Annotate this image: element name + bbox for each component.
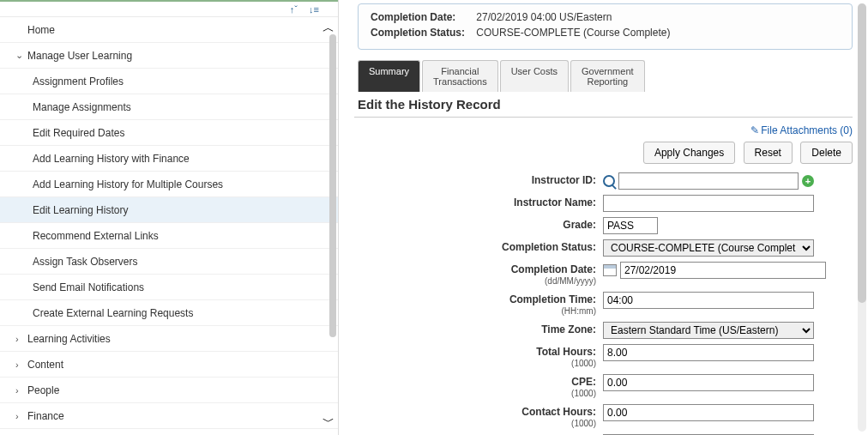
chevron-right-icon: ›: [15, 334, 27, 344]
search-icon[interactable]: [603, 175, 615, 187]
nav-send-email-notifications[interactable]: Send Email Notifications: [0, 275, 338, 300]
nav-create-external-learning-requests[interactable]: Create External Learning Requests: [0, 300, 338, 326]
nav-label: Manage User Learning: [27, 50, 132, 62]
action-row: ✎File Attachments (0) Apply Changes Rese…: [354, 124, 853, 164]
completion-status-label: Completion Status:: [371, 27, 473, 39]
chevron-right-icon: ›: [15, 385, 27, 396]
tab-financial-transactions[interactable]: FinancialTransactions: [422, 60, 498, 92]
nav-label: Assignment Profiles: [33, 76, 124, 88]
completion-time-label: Completion Time:(HH:mm): [354, 292, 603, 317]
nav-add-learning-history-multiple[interactable]: Add Learning History for Multiple Course…: [0, 172, 338, 197]
nav-edit-learning-history[interactable]: Edit Learning History: [0, 197, 338, 223]
tab-summary[interactable]: Summary: [358, 60, 420, 92]
completion-date-form-label: Completion Date:(dd/MM/yyyy): [354, 262, 603, 287]
nav-assign-task-observers[interactable]: Assign Task Observers: [0, 249, 338, 275]
scroll-down-icon[interactable]: ﹀: [322, 414, 335, 430]
file-attachments-link[interactable]: ✎File Attachments (0): [750, 124, 853, 136]
time-zone-label: Time Zone:: [354, 322, 603, 335]
total-hours-input[interactable]: [603, 344, 814, 361]
nav-content[interactable]: ›Content: [0, 352, 338, 378]
completion-time-input[interactable]: [603, 292, 814, 309]
chevron-down-icon: ⌄: [15, 50, 27, 61]
grade-label: Grade:: [354, 217, 603, 231]
tabs: Summary FinancialTransactions User Costs…: [358, 60, 853, 92]
instructor-name-input[interactable]: [603, 195, 814, 212]
completion-status-form-label: Completion Status:: [354, 239, 603, 253]
nav-people[interactable]: ›People: [0, 378, 338, 403]
nav-label: Edit Learning History: [33, 204, 128, 216]
nav-label: Create External Learning Requests: [33, 307, 193, 319]
nav-home[interactable]: Home: [0, 17, 338, 43]
nav-label: Manage Assignments: [33, 101, 131, 113]
nav-label: Home: [27, 24, 55, 36]
nav-manage-user-learning[interactable]: ⌄Manage User Learning: [0, 43, 338, 69]
nav-label: Learning Activities: [27, 333, 111, 345]
completion-info-box: Completion Date: 27/02/2019 04:00 US/Eas…: [358, 3, 853, 50]
time-zone-select[interactable]: Eastern Standard Time (US/Eastern): [603, 322, 814, 339]
apply-changes-button[interactable]: Apply Changes: [643, 142, 735, 164]
sort-desc-icon[interactable]: ↓≡: [309, 4, 319, 15]
nav-label: Add Learning History for Multiple Course…: [33, 178, 223, 190]
edit-history-form: Instructor ID: + Instructor Name: Grade:…: [354, 172, 853, 435]
nav-edit-required-dates[interactable]: Edit Required Dates: [0, 120, 338, 146]
delete-button[interactable]: Delete: [800, 142, 853, 164]
tab-government-reporting[interactable]: GovernmentReporting: [570, 60, 645, 92]
nav-label: Assign Task Observers: [33, 256, 138, 268]
completion-date-label: Completion Date:: [371, 11, 473, 23]
cpe-input[interactable]: [603, 374, 814, 391]
completion-date-value: 27/02/2019 04:00 US/Eastern: [476, 11, 612, 23]
sidebar-toolbar: ↑ˇ ↓≡: [0, 0, 338, 17]
chevron-right-icon: ›: [15, 359, 27, 370]
grade-input[interactable]: [603, 217, 658, 234]
main-scrollbar[interactable]: [858, 3, 866, 432]
nav-label: Edit Required Dates: [33, 127, 124, 139]
nav-label: Content: [27, 359, 63, 371]
nav-label: Recommend External Links: [33, 230, 159, 242]
nav-assignment-profiles[interactable]: Assignment Profiles: [0, 69, 338, 94]
nav-label: Add Learning History with Finance: [33, 153, 190, 165]
pencil-icon: ✎: [750, 124, 759, 136]
instructor-name-label: Instructor Name:: [354, 195, 603, 208]
nav-add-learning-history-finance[interactable]: Add Learning History with Finance: [0, 146, 338, 172]
nav-label: Send Email Notifications: [33, 281, 144, 293]
total-hours-label: Total Hours:(1000): [354, 344, 603, 369]
nav-learning-activities[interactable]: ›Learning Activities: [0, 326, 338, 352]
nav-label: People: [27, 384, 59, 396]
chevron-right-icon: ›: [15, 411, 27, 421]
nav-label: Finance: [27, 410, 64, 422]
completion-status-select[interactable]: COURSE-COMPLETE (Course Complete) - For …: [603, 239, 814, 257]
instructor-id-label: Instructor ID:: [354, 172, 603, 186]
nav-recommend-external-links[interactable]: Recommend External Links: [0, 223, 338, 249]
instructor-id-input[interactable]: [618, 172, 799, 190]
reset-button[interactable]: Reset: [744, 142, 793, 164]
sort-asc-icon[interactable]: ↑ˇ: [290, 4, 298, 15]
add-icon[interactable]: +: [802, 175, 814, 187]
completion-date-input[interactable]: [620, 262, 826, 279]
sidebar-scrollbar[interactable]: [329, 34, 336, 337]
nav-manage-assignments[interactable]: Manage Assignments: [0, 94, 338, 120]
cpe-label: CPE:(1000): [354, 374, 603, 399]
tab-user-costs[interactable]: User Costs: [500, 60, 569, 92]
calendar-icon[interactable]: [603, 264, 617, 276]
section-title: Edit the History Record: [354, 92, 853, 118]
main-content: Completion Date: 27/02/2019 04:00 US/Eas…: [339, 0, 868, 435]
contact-hours-label: Contact Hours:(1000): [354, 404, 603, 429]
nav-finance[interactable]: ›Finance: [0, 403, 338, 429]
contact-hours-input[interactable]: [603, 404, 814, 421]
completion-status-value: COURSE-COMPLETE (Course Complete): [476, 27, 670, 39]
sidebar: ↑ˇ ↓≡ ︿ Home ⌄Manage User Learning Assig…: [0, 0, 339, 435]
